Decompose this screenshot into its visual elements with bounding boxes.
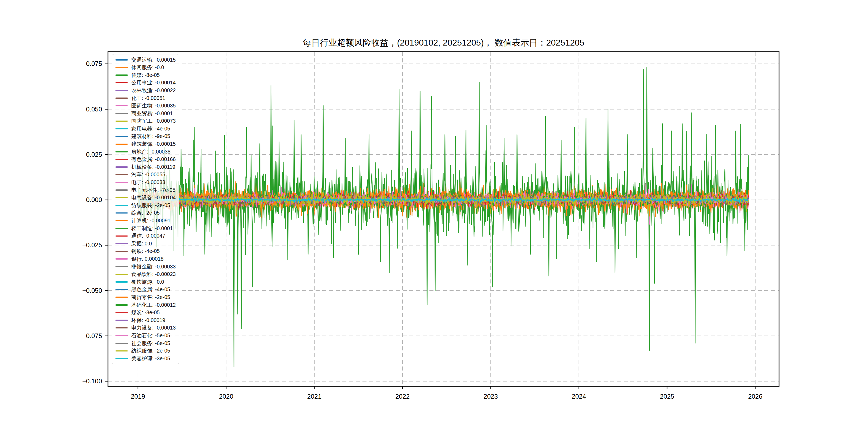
- legend-item: 商贸零售: -2e-05: [116, 293, 177, 301]
- legend-item: 传媒: -8e-05: [116, 71, 177, 79]
- legend-label: 房地产: -0.00038: [131, 149, 170, 155]
- legend-item: 美容护理: -3e-05: [116, 355, 177, 363]
- legend-line-swatch: [116, 205, 128, 206]
- legend-item: 医药生物: -0.00035: [116, 102, 177, 110]
- legend-line-swatch: [116, 105, 128, 106]
- legend-item: 电子元器件: -7e-05: [116, 186, 177, 194]
- y-tick-label: −0.025: [82, 241, 102, 249]
- legend-line-swatch: [116, 159, 128, 160]
- legend-label: 商贸零售: -2e-05: [131, 295, 170, 300]
- legend-line-swatch: [116, 236, 128, 237]
- legend-item: 建筑装饰: -0.00015: [116, 141, 177, 148]
- legend-item: 黑色金属: -4e-05: [116, 286, 177, 293]
- legend-line-swatch: [116, 328, 128, 329]
- x-tick-label: 2024: [572, 393, 586, 400]
- legend-line-swatch: [116, 212, 128, 214]
- legend-line-swatch: [116, 136, 128, 137]
- legend-line-swatch: [116, 343, 128, 344]
- legend-item: 通信: -0.00047: [116, 232, 177, 240]
- legend-line-swatch: [116, 358, 128, 359]
- legend-line-swatch: [116, 297, 128, 298]
- legend-line-swatch: [116, 90, 128, 91]
- legend-item: 机械设备: -0.00119: [116, 163, 177, 171]
- legend-line-swatch: [116, 220, 128, 222]
- chart-figure: 201920202021202220232024202520260.0750.0…: [0, 0, 868, 434]
- legend-item: 钢铁: -4e-05: [116, 248, 177, 255]
- legend-label: 社会服务: -6e-05: [131, 341, 170, 346]
- legend-line-swatch: [116, 174, 128, 176]
- legend-label: 医药生物: -0.00035: [131, 103, 176, 108]
- legend-item: 电子: -0.00033: [116, 179, 177, 186]
- legend-item: 休闲服务: -0.0: [116, 64, 177, 71]
- legend-item: 食品饮料: -0.00023: [116, 271, 177, 278]
- series-group: [138, 67, 749, 367]
- legend-label: 汽车: -0.00055: [131, 172, 165, 177]
- legend-line-swatch: [116, 113, 128, 114]
- legend-line-swatch: [116, 312, 128, 313]
- legend-item: 电气设备: -0.00104: [116, 194, 177, 202]
- legend-label: 计算机: -0.00091: [131, 218, 170, 223]
- legend-line-swatch: [116, 289, 128, 290]
- legend-item: 农林牧渔: -0.00022: [116, 87, 177, 94]
- x-tick-label: 2021: [307, 393, 321, 400]
- legend-line-swatch: [116, 97, 128, 99]
- legend-item: 化工: -0.00051: [116, 94, 177, 102]
- legend-line-swatch: [116, 197, 128, 198]
- y-tick-label: −0.075: [82, 332, 102, 339]
- legend-label: 电力设备: -0.00013: [131, 325, 176, 331]
- legend-line-swatch: [116, 59, 128, 61]
- legend-label: 电气设备: -0.00104: [131, 195, 176, 200]
- legend-line-swatch: [116, 274, 128, 275]
- legend-item: 汽车: -0.00055: [116, 171, 177, 179]
- legend-item: 餐饮旅游: -0.0: [116, 278, 177, 286]
- legend-item: 交通运输: -0.00015: [116, 56, 177, 64]
- legend-line-swatch: [116, 350, 128, 352]
- legend-label: 黑色金属: -4e-05: [131, 287, 170, 292]
- legend-line-swatch: [116, 121, 128, 122]
- legend-item: 纺织服装: -2e-05: [116, 202, 177, 209]
- y-tick-label: −0.050: [82, 287, 102, 294]
- legend-line-swatch: [116, 128, 128, 129]
- legend-label: 综合: -2e-05: [131, 210, 160, 216]
- x-tick-label: 2020: [219, 393, 233, 400]
- legend-label: 农林牧渔: -0.00022: [131, 88, 176, 93]
- legend-label: 纺织服装: -2e-05: [131, 203, 170, 208]
- legend-label: 交通运输: -0.00015: [131, 57, 176, 63]
- y-tick-label: −0.100: [82, 377, 102, 385]
- legend-item: 轻工制造: -0.0001: [116, 224, 177, 232]
- legend-label: 食品饮料: -0.00023: [131, 272, 176, 277]
- legend-label: 环保: -0.00019: [131, 318, 165, 323]
- x-tick-label: 2022: [396, 393, 410, 400]
- y-tick-label: 0.000: [86, 196, 102, 203]
- legend-line-swatch: [116, 144, 128, 145]
- legend-label: 非银金融: -0.00033: [131, 264, 176, 270]
- legend-label: 美容护理: -3e-05: [131, 356, 170, 362]
- legend-item: 房地产: -0.00038: [116, 148, 177, 156]
- legend-item: 环保: -0.00019: [116, 316, 177, 324]
- legend-line-swatch: [116, 166, 128, 168]
- chart-title: 每日行业超额风险收益，(20190102, 20251205)， 数值表示日：2…: [108, 37, 779, 49]
- legend-label: 钢铁: -4e-05: [131, 249, 160, 254]
- legend-label: 机械设备: -0.00119: [131, 164, 175, 170]
- legend-line-swatch: [116, 82, 128, 84]
- legend-item: 基础化工: -0.00012: [116, 301, 177, 309]
- legend-line-swatch: [116, 251, 128, 252]
- legend-item: 非银金融: -0.00033: [116, 263, 177, 271]
- legend-line-swatch: [116, 335, 128, 336]
- legend-label: 有色金属: -0.00166: [131, 157, 176, 162]
- legend-line-swatch: [116, 258, 128, 259]
- legend-label: 基础化工: -0.00012: [131, 303, 176, 308]
- legend-label: 传媒: -8e-05: [131, 72, 160, 78]
- legend-item: 煤炭: -3e-05: [116, 309, 177, 317]
- y-tick-label: 0.075: [86, 60, 102, 67]
- legend-label: 电子元器件: -7e-05: [131, 188, 176, 193]
- legend-line-swatch: [116, 67, 128, 68]
- legend-label: 商业贸易: -0.0001: [131, 111, 173, 116]
- legend-line-swatch: [116, 189, 128, 191]
- legend-line-swatch: [116, 74, 128, 76]
- legend-item: 电力设备: -0.00013: [116, 324, 177, 332]
- legend-line-swatch: [116, 266, 128, 267]
- series-line-12: [138, 67, 749, 367]
- legend-item: 社会服务: -6e-05: [116, 339, 177, 347]
- legend-line-swatch: [116, 304, 128, 306]
